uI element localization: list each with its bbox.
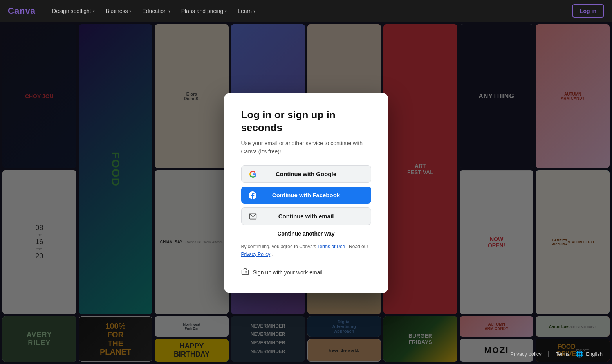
nav-item-plans-pricing[interactable]: Plans and pricing ▾ — [177, 5, 231, 17]
nav-label-business: Business — [106, 8, 128, 14]
terms-footer-link[interactable]: Terms — [556, 351, 569, 357]
modal-subtitle: Use your email or another service to con… — [241, 139, 371, 156]
modal-backdrop: Log in or sign up in seconds Use your em… — [0, 22, 612, 364]
legal-text: By continuing, you agree to Canva's Term… — [241, 243, 371, 258]
footer: Privacy policy | Terms 🌐 English — [510, 350, 603, 358]
chevron-down-icon: ▾ — [93, 9, 95, 13]
nav-label-plans-pricing: Plans and pricing — [181, 8, 223, 14]
modal-title: Log in or sign up in seconds — [241, 108, 371, 134]
google-icon — [249, 170, 257, 178]
nav-label-learn: Learn — [238, 8, 252, 14]
work-email-button[interactable]: Sign up with your work email — [241, 265, 371, 281]
nav-label-design-spotlight: Design spotlight — [52, 8, 91, 14]
building-icon — [241, 268, 249, 278]
facebook-icon — [248, 191, 257, 200]
nav-item-design-spotlight[interactable]: Design spotlight ▾ — [47, 5, 99, 17]
globe-icon: 🌐 — [576, 350, 583, 358]
email-icon — [249, 212, 257, 221]
navbar: Canva Design spotlight ▾ Business ▾ Educ… — [0, 0, 612, 22]
language-selector[interactable]: 🌐 English — [576, 350, 603, 358]
login-modal: Log in or sign up in seconds Use your em… — [224, 93, 388, 293]
nav-items: Design spotlight ▾ Business ▾ Education … — [47, 5, 572, 17]
continue-another-button[interactable]: Continue another way — [241, 231, 371, 237]
nav-item-education[interactable]: Education ▾ — [137, 5, 175, 17]
svg-rect-1 — [242, 270, 248, 275]
chevron-down-icon: ▾ — [253, 9, 255, 13]
work-email-label: Sign up with your work email — [253, 269, 323, 276]
nav-item-business[interactable]: Business ▾ — [101, 5, 136, 17]
login-button[interactable]: Log in — [572, 4, 604, 18]
nav-item-learn[interactable]: Learn ▾ — [233, 5, 260, 17]
language-label: English — [586, 351, 603, 357]
continue-facebook-button[interactable]: Continue with Facebook — [241, 187, 371, 204]
privacy-policy-footer-link[interactable]: Privacy policy — [510, 351, 541, 357]
chevron-down-icon: ▾ — [168, 9, 170, 13]
facebook-button-label: Continue with Facebook — [272, 192, 340, 198]
google-button-label: Continue with Google — [276, 171, 336, 177]
terms-of-use-link[interactable]: Terms of Use — [317, 244, 345, 249]
chevron-down-icon: ▾ — [129, 9, 131, 13]
canva-logo: Canva — [8, 6, 36, 16]
chevron-down-icon: ▾ — [225, 9, 227, 13]
email-button-label: Continue with email — [278, 213, 334, 220]
nav-label-education: Education — [142, 8, 166, 14]
continue-google-button[interactable]: Continue with Google — [241, 165, 371, 183]
continue-email-button[interactable]: Continue with email — [241, 207, 371, 225]
privacy-policy-link[interactable]: Privacy Policy — [241, 252, 271, 257]
